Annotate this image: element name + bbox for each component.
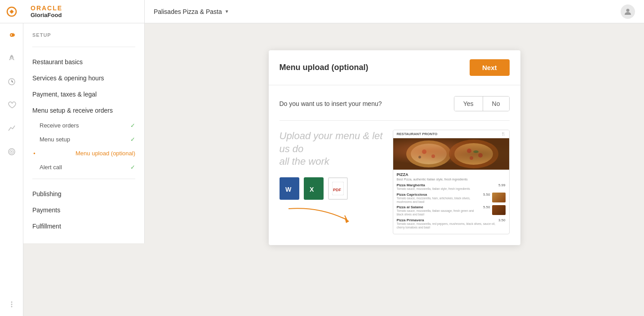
sidebar-subitem-label: Receive orders bbox=[40, 122, 79, 129]
logo-area bbox=[0, 0, 23, 23]
sidebar-item-label: Menu setup & receive orders bbox=[32, 107, 113, 114]
sidebar-subitem-label: Menu upload (optional) bbox=[76, 150, 135, 157]
target-icon bbox=[7, 147, 16, 156]
svg-text:PDF: PDF bbox=[333, 188, 342, 192]
yes-button[interactable]: Yes bbox=[454, 97, 483, 111]
sidebar-item-fulfillment[interactable]: Fulfillment bbox=[23, 218, 144, 234]
arrow-area bbox=[280, 204, 384, 228]
rp-header: RESTAURANT PRONTO 🍴 bbox=[393, 130, 509, 138]
nav-setup-icon[interactable] bbox=[0, 23, 23, 47]
brand-logo-area: ORACLE GloriaFood bbox=[23, 0, 145, 23]
rp-body: PIZZA Best Pizza, authentic Italian styl… bbox=[393, 170, 509, 234]
svg-point-2 bbox=[11, 57, 12, 59]
upload-arrow-icon bbox=[280, 204, 360, 227]
preview-left: Upload your menu & let us do all the wor… bbox=[280, 130, 384, 228]
nav-heart-icon[interactable] bbox=[0, 93, 23, 117]
rp-image-overlay bbox=[393, 138, 509, 170]
sidebar-subitem-label: Alert call bbox=[40, 164, 62, 171]
rp-fork-icon: 🍴 bbox=[501, 132, 506, 136]
sidebar: SETUP Restaurant basics Services & openi… bbox=[23, 23, 145, 243]
next-button[interactable]: Next bbox=[470, 59, 510, 76]
yes-no-group: Yes No bbox=[454, 96, 510, 111]
sidebar-item-services[interactable]: Services & opening hours bbox=[23, 70, 144, 86]
rp-item-img-1 bbox=[492, 193, 506, 202]
rp-item-price-2: 5.50 bbox=[483, 205, 490, 209]
svg-point-8 bbox=[11, 304, 12, 305]
restaurant-name: Palisades Pizza & Pasta bbox=[154, 8, 222, 15]
excel-file-icon: X bbox=[308, 182, 320, 195]
svg-text:X: X bbox=[310, 186, 314, 193]
svg-point-6 bbox=[11, 151, 12, 153]
sidebar-subitem-receive-orders[interactable]: Receive orders ✓ bbox=[23, 118, 144, 132]
excel-icon: X bbox=[304, 177, 324, 200]
nav-publish-icon[interactable] bbox=[0, 47, 23, 70]
modal-divider bbox=[280, 120, 510, 121]
nav-chart-icon[interactable] bbox=[0, 117, 23, 140]
question-text: Do you want us to insert your menu? bbox=[280, 100, 382, 107]
preview-area: Upload your menu & let us do all the wor… bbox=[280, 130, 510, 234]
sidebar-item-label: Restaurant basics bbox=[32, 58, 83, 66]
rp-item-name-3: Pizza Primavera bbox=[397, 218, 496, 222]
sidebar-subitem-alert-call[interactable]: Alert call ✓ bbox=[23, 160, 144, 174]
nav-more-icon[interactable] bbox=[0, 293, 23, 316]
sidebar-item-payment[interactable]: Payment, taxes & legal bbox=[23, 86, 144, 102]
pdf-icon: PDF bbox=[328, 177, 348, 200]
check-icon: ✓ bbox=[130, 164, 135, 171]
rp-item-row-0: Pizza Margherita Tomato sauce, mozzarell… bbox=[397, 183, 506, 191]
rp-item-name-2: Pizza al Salame bbox=[397, 205, 480, 209]
sidebar-subitem-menu-upload[interactable]: Menu upload (optional) bbox=[23, 146, 144, 160]
rp-item-row-1: Pizza Capricciosa Tomato sauce, mozzarel… bbox=[397, 193, 506, 204]
word-icon: W bbox=[280, 177, 299, 200]
question-row: Do you want us to insert your menu? Yes … bbox=[280, 96, 510, 111]
sidebar-item-restaurant-basics[interactable]: Restaurant basics bbox=[23, 54, 144, 70]
word-file-icon: W bbox=[284, 182, 295, 195]
chart-icon bbox=[7, 124, 16, 133]
svg-point-10 bbox=[626, 9, 630, 12]
gear-icon bbox=[7, 31, 16, 40]
rp-item-left: Pizza Primavera Tomato sauce, mozzarella… bbox=[397, 218, 496, 229]
restaurant-preview-card: RESTAURANT PRONTO 🍴 bbox=[393, 130, 510, 234]
sidebar-item-payments[interactable]: Payments bbox=[23, 202, 144, 218]
sidebar-item-label: Services & opening hours bbox=[32, 75, 104, 82]
sidebar-subitem-label: Menu setup bbox=[40, 136, 70, 143]
rp-item-row-2: Pizza al Salame Tomato sauce, mozzarella… bbox=[397, 205, 506, 216]
rp-category: PIZZA bbox=[397, 172, 506, 177]
sidebar-item-label: Fulfillment bbox=[32, 223, 61, 230]
rp-item-desc-0: Tomato sauce, mozzarella, Italian style,… bbox=[397, 187, 496, 191]
tagline-line1: Upload your menu & let us do bbox=[280, 130, 383, 154]
sidebar-item-publishing[interactable]: Publishing bbox=[23, 186, 144, 202]
topbar-right bbox=[621, 4, 635, 19]
dropdown-arrow: ▼ bbox=[225, 9, 229, 14]
preview-right: RESTAURANT PRONTO 🍴 bbox=[393, 130, 510, 234]
rp-item-desc-1: Tomato sauce, mozzarella, ham, artichoke… bbox=[397, 197, 480, 204]
check-icon: ✓ bbox=[130, 136, 135, 143]
rp-item-img-2 bbox=[492, 205, 506, 215]
no-button[interactable]: No bbox=[483, 97, 509, 111]
svg-point-9 bbox=[11, 306, 12, 307]
sidebar-item-label: Payments bbox=[32, 206, 60, 214]
svg-point-1 bbox=[10, 10, 13, 13]
rp-item-row-3: Pizza Primavera Tomato sauce, mozzarella… bbox=[397, 218, 506, 229]
sidebar-divider-mid bbox=[32, 179, 135, 179]
sidebar-divider-top bbox=[32, 47, 135, 47]
user-avatar[interactable] bbox=[621, 4, 635, 19]
sidebar-item-label: Publishing bbox=[32, 190, 62, 198]
svg-text:W: W bbox=[285, 186, 292, 193]
sidebar-item-menu-receive[interactable]: Menu setup & receive orders bbox=[23, 102, 144, 118]
page-content: Menu upload (optional) Next Do you want … bbox=[145, 23, 644, 316]
user-icon bbox=[624, 8, 632, 16]
tagline-line2: all the work bbox=[280, 156, 329, 167]
nav-history-icon[interactable] bbox=[0, 70, 23, 93]
restaurant-selector[interactable]: Palisades Pizza & Pasta ▼ bbox=[154, 8, 229, 15]
rp-image bbox=[393, 138, 509, 170]
modal-body: Do you want us to insert your menu? Yes … bbox=[269, 85, 520, 245]
rp-item-left: Pizza al Salame Tomato sauce, mozzarella… bbox=[397, 205, 480, 216]
rp-cat-desc: Best Pizza, authentic Italian style, fre… bbox=[397, 178, 506, 181]
rp-item-desc-2: Tomato sauce, mozzarella, Italian sausag… bbox=[397, 209, 480, 216]
modal-card: Menu upload (optional) Next Do you want … bbox=[269, 50, 520, 245]
clock-icon bbox=[7, 77, 16, 86]
nav-target-icon[interactable] bbox=[0, 140, 23, 163]
topbar: Palisades Pizza & Pasta ▼ bbox=[145, 0, 644, 23]
sidebar-subitem-menu-setup[interactable]: Menu setup ✓ bbox=[23, 132, 144, 146]
modal-header: Menu upload (optional) Next bbox=[269, 50, 520, 85]
